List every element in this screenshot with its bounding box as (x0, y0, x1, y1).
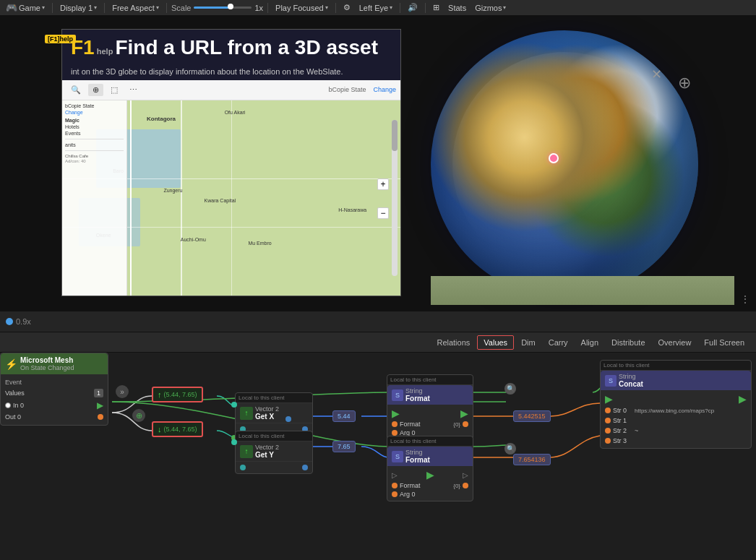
search-icon-1[interactable]: 🔍 (504, 383, 516, 395)
map-change-label[interactable]: Change (373, 86, 396, 93)
sf-bottom-format-out-dot (463, 483, 468, 488)
teal-pin-y (231, 439, 237, 445)
aspect-menu[interactable]: Free Aspect ▾ (109, 0, 162, 15)
separator3 (166, 3, 167, 13)
sf-top-name: Format (405, 395, 430, 402)
tab-values[interactable]: Values (477, 335, 514, 350)
search-icon-2[interactable]: 🔍 (504, 443, 516, 455)
merge-button[interactable]: ⊕ (132, 409, 145, 422)
vector-y-icon: ↑ (240, 445, 253, 458)
sf-top-body: ▶ ▶ Format {0} Arg 0 (387, 405, 473, 439)
sf-top-arg-dot (392, 430, 398, 436)
proxy2-value: (5.44, 7.65) (164, 426, 197, 433)
web-overlay-title: F1 help Find a URL from a 3D asset (62, 30, 400, 66)
display-label: Display 1 (60, 4, 93, 12)
gizmos-btn[interactable]: Gizmos ▾ (472, 0, 509, 15)
event-node-header: ⚡ Microsoft Mesh On State Changed (1, 353, 108, 374)
scale-label: Scale (171, 4, 192, 12)
scale-slider[interactable] (194, 7, 252, 9)
event-node-title: Microsoft Mesh (20, 356, 74, 364)
sf-bottom-format-value: {0} (453, 483, 460, 489)
event-node: ⚡ Microsoft Mesh On State Changed Event … (0, 353, 108, 426)
map-label8: Auchi-Omu (181, 237, 206, 242)
audio-btn[interactable]: 🔊 (405, 0, 421, 15)
tab-relations[interactable]: Relations (431, 336, 476, 349)
map-layers-btn[interactable]: ⊕ (88, 84, 103, 96)
concat-str0-value: https://www.bing.com/maps?cp (635, 408, 714, 414)
out-label: Out 0 (5, 413, 21, 421)
tab-distribute[interactable]: Distribute (606, 336, 650, 349)
map-sub2: Ad/con: 40 (65, 159, 124, 163)
value-5442515-text: 5.442515 (518, 413, 546, 420)
settings-icon-btn[interactable]: ⚙ (340, 0, 353, 15)
aspect-label: Free Aspect (112, 4, 155, 12)
tab-fullscreen[interactable]: Full Screen (698, 336, 750, 349)
vector-get-y-node: Local to this client ↑ Vector 2 Get Y (235, 431, 313, 474)
event-in-row: In 0 ▶ (5, 399, 103, 412)
map-zoom-out[interactable]: − (377, 207, 389, 219)
tab-align[interactable]: Align (575, 336, 604, 349)
sf-bottom-arg-dot (392, 491, 398, 497)
expand-button[interactable]: » (116, 385, 129, 398)
concat-str3-label: Str 3 (613, 437, 627, 444)
map-cat-change[interactable]: Change (65, 110, 124, 115)
event-out-row: Out 0 (5, 412, 103, 422)
tab-dim[interactable]: Dim (515, 336, 541, 349)
concat-name: Concat (619, 380, 643, 388)
map-nav-btn[interactable]: ⬚ (106, 84, 122, 96)
map-cat1: bCopie State (65, 103, 124, 108)
concat-exec-out: ▶ (739, 393, 747, 405)
tab-overview[interactable]: Overview (653, 336, 697, 349)
concat-exec-in: ▶ (605, 393, 613, 405)
vector-x-icon: ↑ (240, 407, 253, 420)
event-in-pin: In 0 (5, 402, 24, 409)
stats-btn[interactable]: Stats (445, 0, 469, 15)
separator7 (425, 3, 426, 13)
map-zoom-in[interactable]: + (377, 178, 389, 190)
map-search-btn[interactable]: 🔍 (66, 84, 85, 96)
vector-get-x-node: Local to this client ↑ Vector 2 Get X (235, 392, 313, 436)
sf-bottom-exec-out-tri: ▷ (463, 471, 468, 479)
map-scrollbar[interactable] (392, 120, 398, 276)
more-options-icon[interactable]: ⋮ (740, 293, 750, 305)
game-label: Game (19, 4, 40, 12)
node-graph: ⚡ Microsoft Mesh On State Changed Event … (0, 353, 756, 560)
vector-y-header: ↑ Vector 2 Get Y (236, 441, 312, 462)
concat-str0-row: Str 0 https://www.bing.com/maps?cp (605, 405, 747, 415)
sf-bottom-body: ▷ ▶ ▷ Format {0} Arg 0 (387, 466, 473, 501)
road2 (181, 100, 182, 296)
sf-bottom-exec-row: ▷ ▶ ▷ (392, 468, 468, 481)
in-label: In 0 (13, 402, 24, 409)
sf-bottom-arg-label: Arg 0 (400, 491, 416, 498)
in-pin-dot (5, 402, 11, 408)
scale-slider-thumb (228, 4, 233, 9)
game-menu[interactable]: 🎮 Game ▾ (3, 0, 48, 15)
sf-top-exec-row: ▶ ▶ (392, 407, 468, 420)
vector-y-pin-row (240, 464, 308, 471)
concat-str1-label: Str 1 (613, 417, 627, 424)
map-label6: H-Nasarawa (338, 207, 366, 212)
concat-exec-row: ▶ ▶ (605, 392, 747, 405)
eye-menu[interactable]: Left Eye ▾ (356, 0, 395, 15)
concat-body: ▶ ▶ Str 0 https://www.bing.com/maps?cp S… (601, 390, 751, 448)
tab-carry[interactable]: Carry (543, 336, 574, 349)
globe-container: ⊕ ✕ (431, 30, 734, 305)
grid-icon: ⊞ (433, 3, 439, 12)
map-more-btn[interactable]: ⋯ (125, 84, 142, 96)
value-7654136: 7.654136 (513, 454, 551, 465)
sf-top-exec-in: ▶ (392, 408, 400, 419)
web-overlay-subtitle: int on the 3D globe to display informati… (62, 66, 400, 80)
zoom-dot (6, 318, 13, 325)
event-type-label: Event (5, 377, 103, 387)
out-pin-dot (98, 414, 103, 420)
map-label2: Ofu Akari (225, 110, 246, 115)
concat-str1-dot (605, 418, 611, 423)
grid-btn[interactable]: ⊞ (430, 0, 442, 15)
map-label5: Kwara Capital (205, 198, 236, 203)
concat-str0-dot (605, 408, 611, 413)
play-mode-menu[interactable]: Play Focused ▾ (272, 0, 331, 15)
display-menu[interactable]: Display 1 ▾ (57, 0, 100, 15)
proxy1-value: (5.44, 7.65) (164, 391, 197, 398)
map-label4: Zungeru (163, 188, 182, 193)
separator4 (267, 3, 268, 13)
